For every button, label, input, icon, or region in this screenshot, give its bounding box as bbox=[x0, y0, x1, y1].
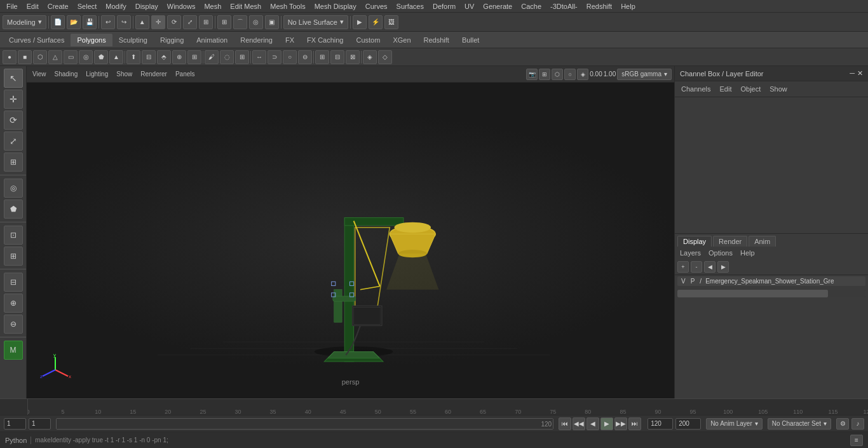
settings-button[interactable]: ⚙ bbox=[836, 418, 849, 430]
tab-fx-caching[interactable]: FX Caching bbox=[301, 34, 349, 46]
audio-button[interactable]: ♪ bbox=[851, 418, 864, 430]
maya-logo-button[interactable]: M bbox=[4, 341, 23, 360]
soft-mod-button[interactable]: ◎ bbox=[4, 179, 23, 198]
tab-fx[interactable]: FX bbox=[279, 34, 301, 46]
paint-select-button[interactable]: 🖌 bbox=[205, 50, 219, 64]
rotate-tool-button[interactable]: ⟳ bbox=[167, 15, 181, 29]
layer-prs-button[interactable]: P bbox=[689, 278, 696, 285]
menu-mesh[interactable]: Mesh bbox=[200, 2, 225, 11]
save-file-button[interactable]: 💾 bbox=[83, 15, 97, 29]
menu-redshift[interactable]: Redshift bbox=[583, 2, 616, 11]
prism-button[interactable]: ⬟ bbox=[94, 50, 108, 64]
transform-tool-side-button[interactable]: ⊞ bbox=[4, 153, 23, 172]
go-start-button[interactable]: ⏮ bbox=[559, 417, 571, 430]
lighting-menu[interactable]: Lighting bbox=[83, 70, 111, 78]
layer-forward-button[interactable]: ▶ bbox=[717, 261, 729, 273]
snap-grid-button[interactable]: ⊞ bbox=[217, 15, 231, 29]
layer-vis-button[interactable]: V bbox=[680, 278, 687, 285]
no-char-set-dropdown[interactable]: No Character Set ▾ bbox=[768, 418, 831, 430]
tab-display[interactable]: Display bbox=[677, 236, 712, 247]
menu-mesh-tools[interactable]: Mesh Tools bbox=[266, 2, 309, 11]
tab-anim[interactable]: Anim bbox=[749, 236, 776, 247]
anim-end-input[interactable] bbox=[675, 418, 701, 430]
layers-nav-options[interactable]: Options bbox=[706, 248, 735, 258]
vp-smooth-button[interactable]: ○ bbox=[564, 69, 576, 80]
reduce-button[interactable]: ⊖ bbox=[298, 50, 312, 64]
channels-nav-item[interactable]: Channels bbox=[679, 84, 713, 94]
smooth-button[interactable]: ○ bbox=[283, 50, 297, 64]
tab-bullet[interactable]: Bullet bbox=[456, 34, 486, 46]
menu-create[interactable]: Create bbox=[44, 2, 72, 11]
tab-sculpting[interactable]: Sculpting bbox=[112, 34, 154, 46]
lattice-button[interactable]: ⊟ bbox=[4, 273, 23, 292]
live-surface-dropdown[interactable]: No Live Surface ▾ bbox=[283, 15, 348, 29]
vp-camera-button[interactable]: 📷 bbox=[526, 69, 538, 80]
layer-scrollbar[interactable] bbox=[677, 290, 865, 297]
menu-display[interactable]: Display bbox=[132, 2, 162, 11]
move-tool-button[interactable]: ✛ bbox=[151, 15, 165, 29]
rotate-tool-side-button[interactable]: ⟳ bbox=[4, 111, 23, 130]
object-nav-item[interactable]: Object bbox=[738, 84, 763, 94]
pyramid-button[interactable]: ▲ bbox=[109, 50, 123, 64]
tab-animation[interactable]: Animation bbox=[190, 34, 234, 46]
show-menu[interactable]: Show bbox=[113, 70, 135, 78]
menu-file[interactable]: File bbox=[3, 2, 22, 11]
move-tool-side-button[interactable]: ✛ bbox=[4, 90, 23, 109]
panel-close-icon[interactable]: ✕ bbox=[857, 69, 863, 78]
redo-button[interactable]: ↪ bbox=[117, 15, 131, 29]
menu-curves[interactable]: Curves bbox=[362, 2, 391, 11]
panel-minimize-icon[interactable]: ─ bbox=[850, 69, 855, 78]
connect-button[interactable]: ⊞ bbox=[187, 50, 201, 64]
tab-polygons[interactable]: Polygons bbox=[71, 34, 112, 46]
renderer-menu[interactable]: Renderer bbox=[137, 70, 170, 78]
play-forward-button[interactable]: ▶ bbox=[600, 417, 613, 430]
cone-button[interactable]: △ bbox=[48, 50, 62, 64]
mirror-button[interactable]: ↔ bbox=[252, 50, 266, 64]
render-button[interactable]: ▶ bbox=[353, 15, 367, 29]
cube-button[interactable]: ■ bbox=[18, 50, 32, 64]
menu-cache[interactable]: Cache bbox=[517, 2, 545, 11]
select-tool-button[interactable]: ↖ bbox=[4, 69, 23, 88]
go-end-button[interactable]: ⏭ bbox=[628, 417, 641, 430]
cylinder-button[interactable]: ⬡ bbox=[33, 50, 47, 64]
symmetry-button[interactable]: ⊞ bbox=[235, 50, 249, 64]
menu-surfaces[interactable]: Surfaces bbox=[393, 2, 428, 11]
gamma-dropdown[interactable]: sRGB gamma ▾ bbox=[617, 69, 672, 80]
script-editor-button[interactable]: ≡ bbox=[850, 435, 863, 446]
tab-curves-surfaces[interactable]: Curves / Surfaces bbox=[3, 34, 71, 46]
uv-layout-button[interactable]: ⊟ bbox=[330, 50, 344, 64]
cluster-button[interactable]: ⊕ bbox=[4, 294, 23, 313]
menu-edit-mesh[interactable]: Edit Mesh bbox=[226, 2, 265, 11]
menu-generate[interactable]: Generate bbox=[479, 2, 516, 11]
transform-tool-button[interactable]: ⊞ bbox=[199, 15, 213, 29]
snap-face-button[interactable]: ▣ bbox=[265, 15, 279, 29]
tab-render[interactable]: Render bbox=[713, 236, 747, 247]
uv-unfold-button[interactable]: ⊞ bbox=[315, 50, 329, 64]
display-cage-button[interactable]: ◇ bbox=[378, 50, 392, 64]
marquee-select-button[interactable]: ⊡ bbox=[4, 226, 23, 245]
menu-windows[interactable]: Windows bbox=[163, 2, 200, 11]
texture-button[interactable]: ⊠ bbox=[346, 50, 360, 64]
tab-custom[interactable]: Custom bbox=[350, 34, 387, 46]
menu-mesh-display[interactable]: Mesh Display bbox=[311, 2, 360, 11]
select-mode-button[interactable]: ▲ bbox=[135, 15, 149, 29]
panels-menu[interactable]: Panels bbox=[172, 70, 198, 78]
view-menu[interactable]: View bbox=[29, 70, 50, 78]
frame-range-slider[interactable]: 120 bbox=[56, 418, 553, 430]
vp-grid-button[interactable]: ⊞ bbox=[539, 69, 550, 80]
vp-wireframe-button[interactable]: ⬡ bbox=[552, 69, 563, 80]
play-back-button[interactable]: ◀ bbox=[587, 417, 599, 430]
layer-back-button[interactable]: ◀ bbox=[704, 261, 715, 273]
new-file-button[interactable]: 📄 bbox=[51, 15, 65, 29]
bevel-button[interactable]: ⬘ bbox=[157, 50, 171, 64]
undo-button[interactable]: ↩ bbox=[101, 15, 115, 29]
layer-add-button[interactable]: + bbox=[677, 261, 689, 273]
torus-button[interactable]: ◎ bbox=[79, 50, 93, 64]
ipr-button[interactable]: ⚡ bbox=[369, 15, 383, 29]
merge-button[interactable]: ⊕ bbox=[172, 50, 186, 64]
display-smooth-button[interactable]: ◈ bbox=[363, 50, 377, 64]
menu-3dtall[interactable]: -3DtoAll- bbox=[546, 2, 581, 11]
plane-button[interactable]: ▭ bbox=[64, 50, 78, 64]
mode-dropdown[interactable]: Modeling ▾ bbox=[3, 15, 46, 29]
scale-tool-side-button[interactable]: ⤢ bbox=[4, 132, 23, 151]
